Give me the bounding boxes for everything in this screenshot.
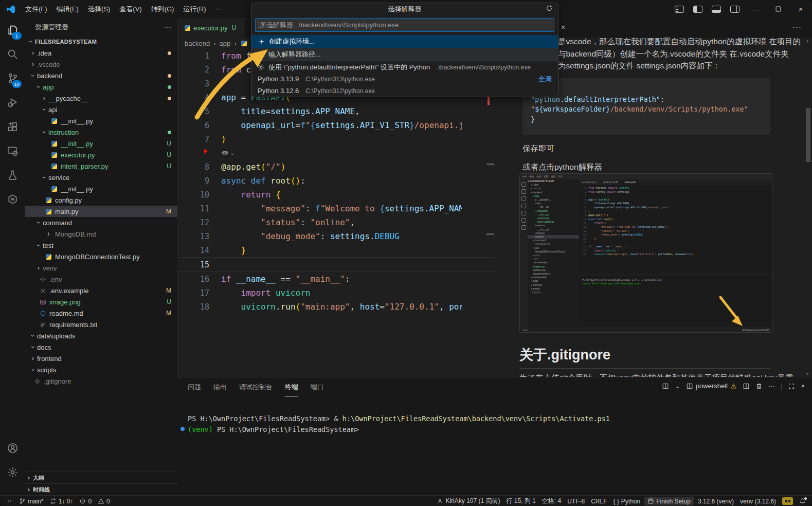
tree-item-.gitignore[interactable]: .gitignore [25,375,177,387]
tree-item-venv[interactable]: ›venv [25,262,177,274]
scrollbar-dash[interactable] [486,233,494,235]
toggle-panel-icon[interactable] [712,6,721,13]
toggle-sidebar-icon[interactable] [693,6,702,13]
tree-item-__init__.py[interactable]: __init__.py [25,115,177,127]
panel-tab-问题[interactable]: 问题 [188,378,201,396]
tree-item-app[interactable]: ›app [25,81,177,93]
status-item-3126venv[interactable]: 3.12.6 (venv) [695,496,737,506]
tree-item-MongoDBConnectionTest.py[interactable]: MongoDBConnectionTest.py [25,251,177,262]
tab-executor-py[interactable]: executor.py U [177,18,244,38]
quick-pick-item-3[interactable]: Python 3.13.9C:\Python313\python.exe全局 [251,73,558,85]
tree-item-api[interactable]: ›api [25,104,177,115]
tree-item-requirements.txt[interactable]: requirements.txt [25,319,177,330]
toggle-secondary-sidebar-icon[interactable] [730,6,739,13]
scroll-down-icon[interactable]: ▼ [805,372,809,376]
explorer-more-icon[interactable]: ··· [165,23,171,31]
status-warning-0[interactable]: 0 [95,496,113,506]
tree-item-intent_parser.py[interactable]: intent_parser.pyU [25,160,177,172]
interpreter-input[interactable]: 所选解释器: .\backend\venv\Scripts\python.exe [255,18,554,32]
tree-item-main.py[interactable]: main.pyM [25,206,177,217]
menu-选择(S)[interactable]: 选择(S) [83,3,115,16]
more-actions-icon[interactable]: ··· [768,382,775,390]
menu-查看(V)[interactable]: 查看(V) [115,3,146,16]
preview-more-icon[interactable]: ··· [792,22,802,31]
tree-item-config.py[interactable]: config.py [25,194,177,206]
section-大纲[interactable]: ›大纲 [25,472,177,483]
status-person-KiriAky1071[interactable]: KiriAky 107 (1 周前) [434,496,503,506]
tree-item-frontend[interactable]: ›frontend [25,353,177,364]
chevron-down-icon[interactable]: ⌄ [675,382,680,390]
tree-item-.idea[interactable]: ›.idea [25,47,177,59]
global-link[interactable]: 全局 [538,75,552,84]
tree-item-.env.example[interactable]: .env.exampleM [25,285,177,296]
panel-tab-端口[interactable]: 端口 [311,378,324,396]
close-button[interactable]: × [789,0,812,18]
tree-item-__pycache__[interactable]: ›__pycache__ [25,93,177,104]
preview-scrollbar[interactable] [806,108,810,162]
activity-explorer-icon[interactable]: 1 [0,18,25,42]
breadcrumb-item[interactable]: app [220,40,231,47]
status-item-4[interactable]: 空格: 4 [539,496,564,506]
customize-layout-icon[interactable] [675,6,684,13]
quick-pick-item-0[interactable]: ＋创建虚拟环境... [251,35,558,48]
activity-remote-explorer-icon[interactable] [0,139,25,163]
tree-item-__init__.py[interactable]: __init__.pyU [25,138,177,149]
kill-terminal-icon[interactable] [755,383,763,390]
refresh-icon[interactable] [546,5,553,12]
activity-testing-icon[interactable] [0,163,25,187]
tree-item-image.png[interactable]: image.pngU [25,296,177,308]
tree-item-executor.py[interactable]: executor.pyU [25,149,177,160]
status-item-CRLF[interactable]: CRLF [588,496,610,506]
tree-item-MongoDB.md[interactable]: MongoDB.md [25,228,177,240]
status-setup-FinishSetup[interactable]: Finish Setup [644,497,694,505]
tree-item-docs[interactable]: ›docs [25,341,177,353]
menu-运行(R)[interactable]: 运行(R) [178,3,210,16]
activity-source-control-icon[interactable]: 10 [0,66,25,91]
tree-item-command[interactable]: ›command [25,217,177,228]
maximize-button[interactable] [767,0,789,18]
menu-文件(F)[interactable]: 文件(F) [21,3,52,16]
tree-item-test[interactable]: ›test [25,240,177,251]
command-decoration-dot[interactable] [181,427,185,431]
tree-item-.vscode[interactable]: ›.vscode [25,59,177,70]
panel-tab-输出[interactable]: 输出 [213,378,227,396]
activity-extensions-icon[interactable] [0,115,25,139]
status-item-venv3126[interactable]: venv (3.12.6) [737,496,779,506]
preview-tab-close-icon[interactable]: × [561,23,565,31]
quick-pick-item-4[interactable]: Python 3.12.6C:\Python312\python.exe [251,85,558,97]
status-branch-main[interactable]: main* [16,496,47,506]
menu-overflow[interactable]: ··· [210,3,226,16]
new-terminal-split-icon[interactable] [662,383,669,390]
activity-settings-icon[interactable] [0,460,25,484]
tree-item-service[interactable]: ›service [25,172,177,183]
section-时间线[interactable]: ›时间线 [25,483,177,495]
tree-item-scripts[interactable]: ›scripts [25,364,177,375]
status-item-151[interactable]: 行 15, 列 1 [503,496,538,506]
tree-root[interactable]: ›FILESREADSYSTEAM [25,36,177,47]
copilot-codelens[interactable]: ⌄ [209,149,234,157]
breadcrumb-item[interactable]: backend [185,40,210,47]
scroll-up-icon[interactable]: ▲ [805,39,809,43]
activity-run-debug-icon[interactable] [0,91,25,115]
status-bell-[interactable] [796,496,809,506]
status-error-0[interactable]: 0 [76,496,95,506]
activity-search-icon[interactable] [0,42,25,66]
tree-item-instruction[interactable]: ›instruction [25,127,177,138]
tree-item-.env[interactable]: .env [25,274,177,285]
minimize-button[interactable]: — [744,0,767,18]
split-terminal-icon[interactable] [743,383,750,390]
activity-tools-icon[interactable] [0,187,25,211]
tree-item-backend[interactable]: ›backend [25,70,177,81]
panel-tab-调试控制台[interactable]: 调试控制台 [239,378,273,396]
scrollbar-dash[interactable] [486,164,494,165]
status-remote-[interactable] [3,496,16,506]
maximize-panel-icon[interactable] [788,383,795,390]
panel-tab-终端[interactable]: 终端 [285,378,298,396]
tree-item-datauploads[interactable]: ›data\uploads [25,330,177,341]
status-item-UTF8[interactable]: UTF-8 [564,496,588,506]
status-copilot-[interactable] [779,496,796,506]
activity-account-icon[interactable] [0,436,25,460]
quick-pick-item-2[interactable]: 使用 \"python.defaultInterpreterPath\" 设置中… [251,61,558,73]
tree-item-readme.md[interactable]: readme.mdM [25,308,177,319]
refresh-icon[interactable] [546,5,553,12]
